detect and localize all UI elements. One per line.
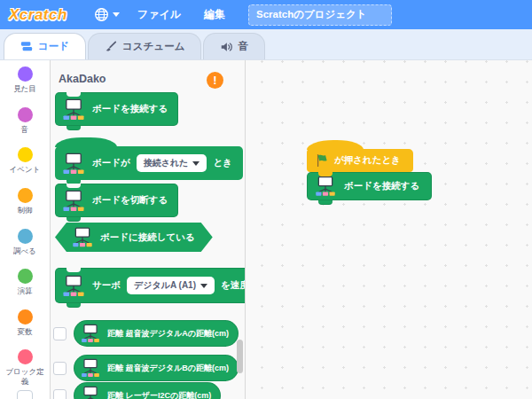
paintbrush-icon <box>105 41 117 53</box>
editor-content: 見た目 音 イベント 制御 調べる 演算 <box>0 60 532 399</box>
dropdown-value: デジタルA (A1) <box>134 279 196 292</box>
block-label: 距離 超音波デジタルAの距離(cm) <box>107 328 229 340</box>
akadako-board-icon <box>71 227 94 247</box>
project-name-input[interactable] <box>248 4 392 26</box>
tab-label: コード <box>38 40 69 53</box>
akadako-board-icon <box>80 386 101 399</box>
block-board-connected-boolean[interactable]: ボードに接続している <box>55 223 213 252</box>
block-distance-ultrasonic-b[interactable]: 距離 超音波デジタルBの距離(cm) <box>74 355 239 381</box>
globe-icon <box>94 7 109 22</box>
category-label: 変数 <box>4 327 46 337</box>
palette-row: 距離 超音波デジタルBの距離(cm) <box>53 355 239 381</box>
block-palette: AkaDako ! ボードを接続する <box>51 60 246 399</box>
block-label: 距離 超音波デジタルBの距離(cm) <box>107 363 229 374</box>
chevron-down-icon <box>192 161 200 166</box>
category-color-dot <box>18 66 33 82</box>
block-servo-speed[interactable]: サーボ デジタルA (A1) を速度 10 <box>55 268 246 303</box>
block-label: とき <box>213 157 232 169</box>
block-disconnect-board[interactable]: ボードを切断する <box>55 184 178 217</box>
block-label: ボードが <box>92 157 130 169</box>
tab-label: コスチューム <box>122 40 184 53</box>
block-distance-ultrasonic-a[interactable]: 距離 超音波デジタルAの距離(cm) <box>74 320 239 347</box>
akadako-board-icon <box>80 358 101 378</box>
category-color-dot <box>18 229 33 244</box>
akadako-board-icon <box>61 153 86 175</box>
category-label: イベント <box>4 165 46 175</box>
dropdown-value: 接続された <box>144 157 189 169</box>
palette-scrollbar[interactable] <box>237 340 243 373</box>
akadako-board-icon <box>61 190 86 212</box>
akadako-board-icon <box>80 324 101 343</box>
sidebar-category-events[interactable]: イベント <box>2 147 48 175</box>
category-color-dot <box>18 269 33 284</box>
block-label: 距離 レーザーI2Cの距離(cm) <box>107 390 211 399</box>
xcratch-logo[interactable]: Xcratch <box>9 6 67 24</box>
category-label: 調べる <box>4 246 46 256</box>
category-label: 見た目 <box>4 84 46 94</box>
sidebar-category-control[interactable]: 制御 <box>2 188 48 215</box>
block-when-board-event[interactable]: ボードが 接続された とき <box>55 146 243 180</box>
sidebar-category-sensing[interactable]: 調べる <box>2 229 48 256</box>
green-flag-icon <box>315 153 329 168</box>
tab-label: 音 <box>238 40 248 53</box>
reporter-monitor-checkbox[interactable] <box>53 327 66 340</box>
block-label: が押されたとき <box>334 154 401 167</box>
reporter-monitor-checkbox[interactable] <box>53 389 66 399</box>
block-label: ボードに接続している <box>100 231 195 244</box>
category-label: 演算 <box>4 286 46 296</box>
category-label: 制御 <box>4 206 46 215</box>
block-when-flag-clicked[interactable]: が押されたとき <box>307 149 413 172</box>
block-label: ボードを切断する <box>92 194 168 207</box>
xcratch-editor: Xcratch ファイル 編集 コード コスチューム <box>0 0 532 399</box>
chevron-down-icon <box>113 12 120 17</box>
sidebar-category-sound[interactable]: 音 <box>2 107 48 135</box>
tab-code[interactable]: コード <box>4 33 86 59</box>
sidebar-category-myblocks[interactable]: ブロック定義 <box>2 349 48 386</box>
header-bar: Xcratch ファイル 編集 <box>0 0 532 29</box>
code-workspace[interactable]: が押されたとき ボードを接続する <box>246 60 532 399</box>
board-event-dropdown[interactable]: 接続された <box>137 154 207 172</box>
reporter-monitor-checkbox[interactable] <box>53 362 66 375</box>
script-stack: が押されたとき ボードを接続する <box>307 149 532 200</box>
category-label: ブロック定義 <box>4 367 46 386</box>
block-label: ボードを接続する <box>344 180 419 192</box>
akadako-board-icon <box>61 275 86 297</box>
block-label: ボードを接続する <box>92 103 168 115</box>
tab-sounds[interactable]: 音 <box>203 33 265 59</box>
extension-status-badge[interactable]: ! <box>207 72 223 89</box>
category-color-dot <box>18 188 33 203</box>
akadako-board-icon <box>61 98 86 121</box>
speaker-icon <box>220 41 232 53</box>
code-blocks-icon <box>20 41 33 52</box>
tab-costumes[interactable]: コスチューム <box>88 33 201 59</box>
menu-edit[interactable]: 編集 <box>199 7 231 22</box>
tab-bar: コード コスチューム 音 <box>0 29 532 60</box>
category-color-dot <box>18 309 33 325</box>
palette-extension-title: AkaDako <box>59 73 106 85</box>
block-label: サーボ <box>92 279 121 292</box>
palette-row: 距離 レーザーI2Cの距離(cm) <box>53 382 221 399</box>
servo-port-dropdown[interactable]: デジタルA (A1) <box>127 277 215 294</box>
language-selector[interactable] <box>94 7 120 22</box>
sidebar-category-variables[interactable]: 変数 <box>2 309 48 337</box>
chevron-down-icon <box>200 284 207 288</box>
extension-icon-partial[interactable] <box>17 390 33 399</box>
block-distance-laser-i2c[interactable]: 距離 レーザーI2Cの距離(cm) <box>74 382 221 399</box>
palette-row: 距離 超音波デジタルAの距離(cm) <box>53 320 239 347</box>
category-sidebar: 見た目 音 イベント 制御 調べる 演算 <box>0 60 51 399</box>
block-connect-board[interactable]: ボードを接続する <box>55 92 178 126</box>
category-color-dot <box>18 147 33 162</box>
menu-file[interactable]: ファイル <box>132 7 186 22</box>
category-color-dot <box>18 349 33 364</box>
block-label: を速度 <box>221 279 246 292</box>
sidebar-category-looks[interactable]: 見た目 <box>2 66 48 94</box>
akadako-board-icon <box>314 176 337 197</box>
category-color-dot <box>18 107 33 122</box>
category-label: 音 <box>4 125 46 135</box>
sidebar-category-operators[interactable]: 演算 <box>2 269 48 296</box>
